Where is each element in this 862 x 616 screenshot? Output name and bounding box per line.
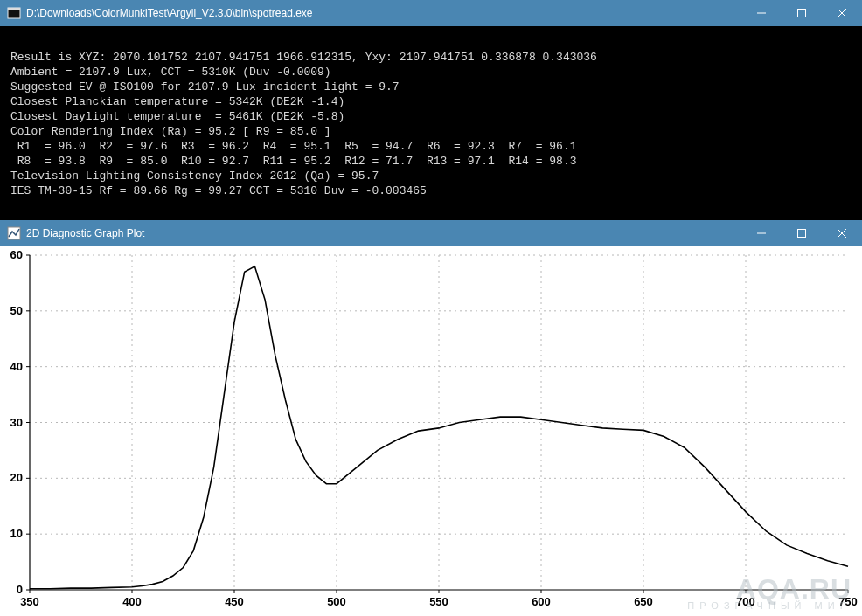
maximize-button[interactable]	[782, 220, 822, 246]
svg-text:0: 0	[17, 583, 23, 596]
svg-text:20: 20	[10, 471, 23, 484]
close-button[interactable]	[822, 220, 862, 246]
plot-window: 2D Diagnostic Graph Plot 010203040506035…	[0, 220, 862, 616]
maximize-button[interactable]	[782, 0, 822, 26]
svg-text:700: 700	[736, 595, 755, 608]
console-output: Result is XYZ: 2070.101752 2107.941751 1…	[0, 26, 862, 220]
svg-text:60: 60	[10, 248, 23, 261]
minimize-button[interactable]	[741, 220, 782, 246]
svg-text:600: 600	[532, 595, 551, 608]
svg-rect-8	[798, 230, 806, 238]
console-title: D:\Downloads\ColorMunkiTest\Argyll_V2.3.…	[26, 7, 741, 19]
svg-rect-1	[8, 8, 20, 10]
svg-text:500: 500	[327, 595, 346, 608]
svg-text:400: 400	[122, 595, 142, 608]
plot-area: 0102030405060350400450500550600650700750…	[0, 246, 862, 616]
spectral-chart: 0102030405060350400450500550600650700750	[0, 246, 862, 616]
svg-text:650: 650	[634, 595, 653, 608]
console-window: D:\Downloads\ColorMunkiTest\Argyll_V2.3.…	[0, 0, 862, 220]
app-icon	[7, 226, 21, 240]
plot-titlebar[interactable]: 2D Diagnostic Graph Plot	[0, 220, 862, 246]
minimize-button[interactable]	[741, 0, 782, 26]
svg-text:450: 450	[225, 595, 244, 608]
console-titlebar[interactable]: D:\Downloads\ColorMunkiTest\Argyll_V2.3.…	[0, 0, 862, 26]
svg-text:50: 50	[10, 304, 23, 317]
svg-text:40: 40	[10, 360, 23, 373]
app-icon	[7, 6, 21, 20]
close-button[interactable]	[822, 0, 862, 26]
svg-text:10: 10	[10, 527, 23, 540]
plot-title: 2D Diagnostic Graph Plot	[26, 227, 741, 239]
svg-rect-3	[798, 10, 806, 17]
svg-text:750: 750	[838, 595, 858, 608]
svg-text:30: 30	[10, 416, 23, 429]
svg-text:550: 550	[429, 595, 448, 608]
svg-text:350: 350	[20, 595, 39, 608]
